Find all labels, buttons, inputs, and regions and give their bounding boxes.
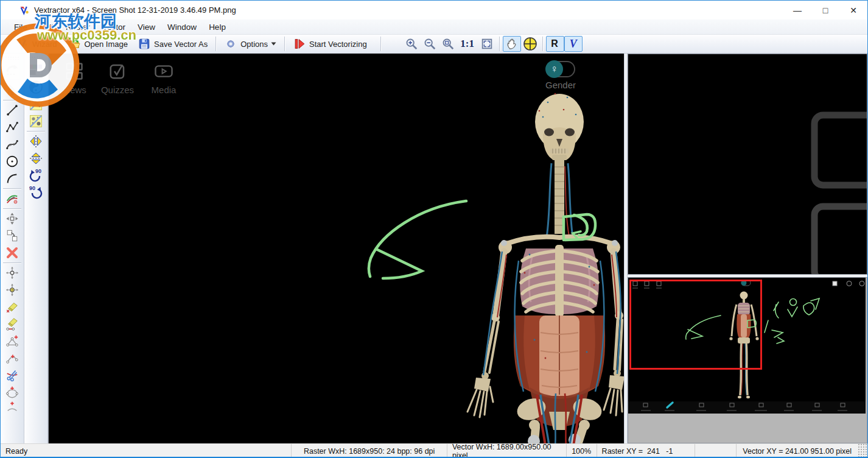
overview-preview-pane[interactable]: [628, 277, 867, 443]
magnified-raster-view: [628, 54, 867, 274]
move-view-tool[interactable]: [2, 210, 23, 227]
copy-object-tool[interactable]: [2, 227, 23, 244]
media-play-icon: [154, 62, 173, 80]
zoom-actual-button[interactable]: 1:1: [457, 36, 478, 52]
toolbar-separator: [3, 208, 21, 209]
add-circle-icon: [5, 386, 19, 399]
despeckle-icon: [29, 114, 43, 129]
rotate-90-cw-icon: 90: [28, 167, 44, 183]
add-point-tool[interactable]: [2, 401, 23, 412]
flip-horizontal-tool[interactable]: [26, 133, 46, 150]
erase-raster-tool[interactable]: [2, 298, 23, 315]
despeckle-tool[interactable]: [26, 113, 46, 130]
fit-to-window-button[interactable]: [478, 36, 496, 52]
flip-vertical-tool[interactable]: [26, 150, 46, 167]
add-vertex-tool[interactable]: [2, 333, 23, 350]
draw-circle-tool[interactable]: [2, 153, 23, 170]
wizard-label: Wizard: [32, 40, 57, 49]
draw-polyline-tool[interactable]: [2, 119, 23, 136]
vector-view-toggle[interactable]: V: [564, 36, 583, 52]
menu-help[interactable]: Help: [203, 21, 232, 33]
center-view-button[interactable]: [521, 36, 539, 52]
menu-edit[interactable]: Edit: [33, 21, 60, 33]
close-button[interactable]: ✕: [839, 1, 867, 19]
toolbar-grip[interactable]: [5, 37, 9, 51]
cut-curve-tool[interactable]: [2, 367, 23, 384]
draw-line-tool[interactable]: [2, 102, 23, 119]
status-raster-size: Raster WxH: 1689x950: 24 bpp: 96 dpi: [291, 444, 447, 458]
add-arc-tool[interactable]: [2, 350, 23, 367]
vector-check-shape: [376, 249, 422, 278]
rotate-cw-tool[interactable]: 90: [26, 167, 46, 184]
move-node-icon: [5, 266, 19, 280]
draw-arc-tool[interactable]: [2, 170, 23, 187]
line-tool-icon: [5, 104, 19, 117]
invert-image-tool[interactable]: [26, 79, 46, 96]
gender-label: Gender: [533, 80, 588, 90]
toolbar-grip[interactable]: [5, 56, 19, 60]
svg-text:e: e: [15, 200, 16, 203]
raster-tools-toolbar: 90 90: [24, 54, 48, 443]
color-reduction-tool[interactable]: [26, 62, 46, 79]
toolbar-grip[interactable]: [29, 56, 43, 60]
raster-view-toggle[interactable]: R: [546, 36, 564, 52]
options-button[interactable]: Options: [219, 36, 281, 52]
raster-view-label: R: [551, 38, 559, 49]
minimize-button[interactable]: —: [783, 1, 811, 19]
delete-object-button[interactable]: [2, 244, 23, 261]
maximize-button[interactable]: □: [811, 1, 839, 19]
menu-view[interactable]: View: [131, 21, 161, 33]
quizzes-label: Quizzes: [97, 85, 138, 95]
flip-vertical-icon: [29, 151, 43, 166]
invert-yinyang-icon: [29, 80, 43, 94]
menu-window[interactable]: Window: [161, 21, 203, 33]
save-vector-button[interactable]: Save Vector As: [133, 36, 212, 52]
zoom-in-button[interactable]: [402, 36, 421, 52]
start-vectorizing-label: Start Vectorizing: [309, 40, 367, 49]
move-node-snap-tool[interactable]: [2, 281, 23, 298]
chevron-down-icon: [271, 42, 276, 46]
open-folder-icon: [66, 37, 81, 51]
svg-text:90: 90: [29, 185, 35, 191]
rotate-90-ccw-icon: 90: [28, 185, 44, 200]
menu-vector[interactable]: Vector: [96, 21, 131, 33]
copy-icon: [5, 229, 19, 242]
open-image-button[interactable]: Open Image: [61, 36, 133, 52]
toolbar-separator: [3, 100, 21, 100]
rotate-ccw-tool[interactable]: 90: [26, 184, 46, 201]
resize-grip[interactable]: [858, 444, 867, 458]
trace-lines-icon: e: [5, 192, 19, 205]
pan-tool-button[interactable]: [503, 36, 521, 52]
move-node-tool[interactable]: [2, 264, 23, 281]
draw-curve-tool[interactable]: [2, 136, 23, 153]
viewport-indicator-rect[interactable]: [629, 280, 762, 370]
undo-button[interactable]: [2, 62, 23, 79]
menu-raster[interactable]: Raster: [60, 21, 96, 33]
raster-image-anatomy: [49, 54, 624, 443]
erase-vector-tool[interactable]: [2, 315, 23, 333]
zoom-window-button[interactable]: [439, 36, 457, 52]
color-palette-icon: [29, 63, 43, 77]
title-bar[interactable]: Vextractor x64 - Screen Shot 12-31-2019 …: [1, 1, 867, 19]
add-circle-tool[interactable]: [2, 384, 23, 401]
vector-tools-toolbar: e: [1, 54, 24, 443]
bezier-tool-icon: [5, 138, 19, 151]
center-target-icon: [523, 37, 537, 51]
zoom-window-icon: [441, 37, 455, 51]
add-point-icon: [5, 401, 19, 412]
pan-hand-icon: [505, 37, 519, 51]
move-node-center-icon: [5, 283, 19, 297]
vector-curve-large: [369, 201, 466, 277]
wizard-button[interactable]: Wizard: [11, 36, 61, 52]
menu-file[interactable]: File: [8, 21, 33, 33]
zoom-out-button[interactable]: [421, 36, 439, 52]
vector-view-label: V: [570, 38, 577, 51]
svg-text:90: 90: [35, 168, 41, 174]
select-tool[interactable]: [2, 82, 23, 99]
start-vectorizing-button[interactable]: Start Vectorizing: [288, 36, 372, 52]
drawing-canvas[interactable]: Views Quizzes Media ♀ Gen: [48, 54, 624, 443]
clean-raster-tool[interactable]: [26, 96, 46, 113]
toolbar-separator: [27, 131, 45, 132]
menu-bar: File Edit Raster Vector View Window Help: [1, 19, 867, 35]
trace-line-tool[interactable]: e: [2, 190, 23, 207]
